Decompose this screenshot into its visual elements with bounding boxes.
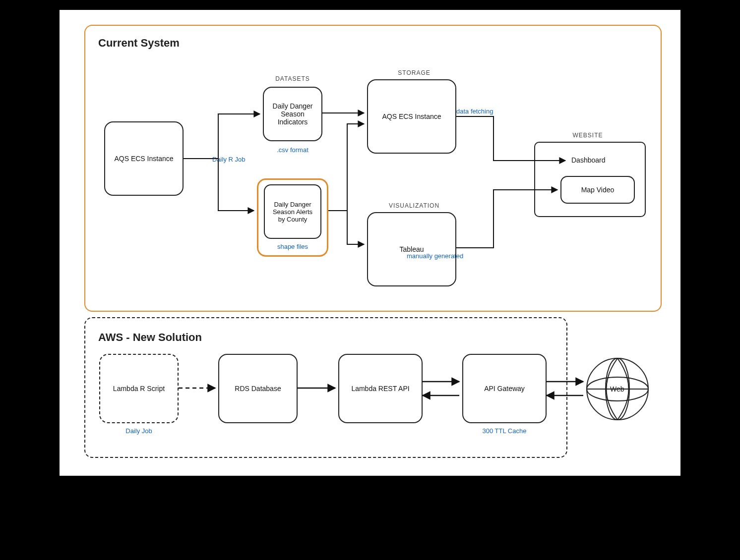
label-data-fetching: data fetching <box>456 108 511 115</box>
label-csv-format: .csv format <box>263 146 322 154</box>
node-dashboard-label: Dashboard <box>571 156 606 164</box>
node-api-gateway-label: API Gateway <box>484 385 525 392</box>
node-lambda-r: Lambda R Script <box>99 354 179 423</box>
label-storage: STORAGE <box>377 69 451 76</box>
node-aqs-storage-label: AQS ECS Instance <box>382 112 441 120</box>
node-tableau: Tableau <box>367 212 456 286</box>
node-aqs-source: AQS ECS Instance <box>104 121 184 196</box>
title-new: AWS - New Solution <box>98 331 202 344</box>
node-alerts: Daily Danger Season Alerts by County <box>264 184 321 239</box>
node-alerts-label: Daily Danger Season Alerts by County <box>269 201 316 223</box>
node-web-label: Web <box>610 385 624 393</box>
node-indicators-label: Daily Danger Season Indicators <box>268 102 317 126</box>
node-indicators: Daily Danger Season Indicators <box>263 87 322 141</box>
node-rds: RDS Database <box>218 354 298 423</box>
label-datasets: DATASETS <box>268 75 317 82</box>
label-visualization: VISUALIZATION <box>377 202 451 209</box>
label-daily-r-job: Daily R Job <box>212 156 257 163</box>
node-map-video-label: Map Video <box>581 186 615 194</box>
node-lambda-r-label: Lambda R Script <box>113 385 165 392</box>
title-current: Current System <box>98 37 180 50</box>
node-lambda-api: Lambda REST API <box>338 354 423 423</box>
node-aqs-source-label: AQS ECS Instance <box>114 155 173 163</box>
node-lambda-api-label: Lambda REST API <box>351 385 409 392</box>
label-ttl-cache: 300 TTL Cache <box>462 427 547 435</box>
node-map-video: Map Video <box>560 176 635 204</box>
label-daily-job: Daily Job <box>99 427 179 435</box>
label-website: WEBSITE <box>551 132 625 139</box>
node-rds-label: RDS Database <box>235 385 281 392</box>
diagram-canvas: Current System DATASETS STORAGE VISUALIZ… <box>60 10 680 476</box>
node-api-gateway: API Gateway <box>462 354 547 423</box>
node-aqs-storage: AQS ECS Instance <box>367 79 456 154</box>
label-manually-generated: manually generated <box>407 252 486 260</box>
label-shape-files: shape files <box>257 243 328 250</box>
node-dashboard: Dashboard <box>571 156 606 164</box>
